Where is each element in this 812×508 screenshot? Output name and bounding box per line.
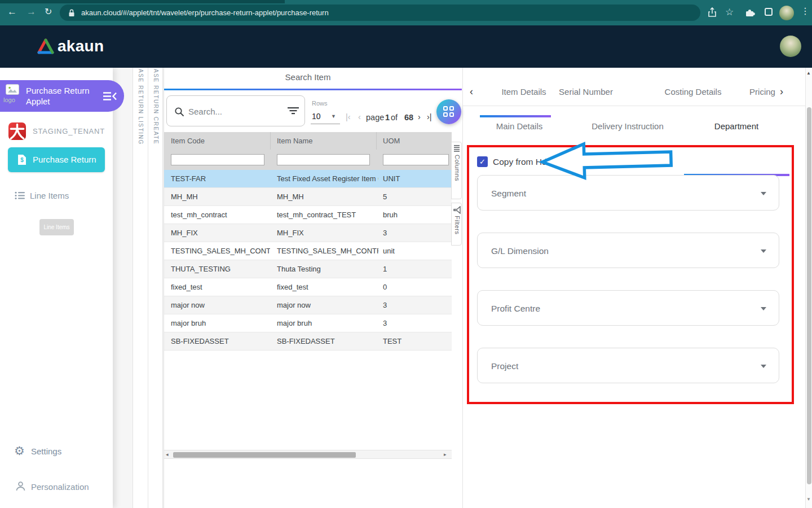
browser-sidepanel-icon[interactable] — [765, 8, 773, 16]
share-icon[interactable] — [707, 7, 718, 18]
tab-purchase-return-listing[interactable]: ASE RETURN LISTING — [133, 68, 148, 508]
cell-uom: TEST — [383, 332, 449, 351]
table-row[interactable]: test_mh_contract test_mh_contract_TEST b… — [164, 206, 452, 224]
table-row[interactable]: TESTING_SALES_MH_CONTRACT TESTING_SALES_… — [164, 242, 452, 260]
column-header-item-name[interactable]: Item Name — [277, 132, 313, 150]
table-row[interactable]: fixed_test fixed_test 0 — [164, 278, 452, 296]
browser-back-button[interactable]: ← — [7, 6, 17, 17]
scroll-right-arrow-icon[interactable]: ▸ — [444, 452, 447, 457]
table-row[interactable]: SB-FIXEDASSET SB-FIXEDASSET TEST — [164, 332, 452, 351]
browser-tab-strip — [0, 0, 285, 3]
subtabs-bar: Main Details Delivery Instruction Depart… — [463, 106, 806, 137]
last-page-button[interactable]: ›| — [427, 112, 432, 121]
column-header-item-code[interactable]: Item Code — [171, 132, 205, 150]
bookmark-star-icon[interactable]: ☆ — [725, 6, 734, 18]
cell-item-name: fixed_test — [277, 278, 378, 296]
chevron-down-icon — [761, 192, 766, 195]
user-avatar[interactable] — [780, 36, 801, 57]
filters-button[interactable]: Filters — [451, 203, 462, 246]
search-input[interactable] — [188, 104, 283, 119]
tab-serial-number[interactable]: Serial Number — [549, 87, 623, 97]
filter-input-item-code[interactable] — [171, 154, 264, 165]
scroll-up-arrow-icon[interactable]: ▲ — [806, 71, 811, 76]
subtab-department[interactable]: Department — [705, 121, 767, 131]
sidebar-item-personalization[interactable]: Personalization — [0, 480, 113, 496]
applet-header-pill[interactable]: logo Purchase Return Applet — [0, 80, 124, 112]
sidebar-item-line-items[interactable]: Line Items — [0, 189, 113, 203]
subtab-main-details[interactable]: Main Details — [487, 121, 551, 131]
scroll-left-arrow-icon[interactable]: ◂ — [166, 452, 169, 457]
cell-uom: UNIT — [383, 170, 449, 188]
column-header-uom[interactable]: UOM — [383, 132, 400, 150]
collapse-sidebar-icon[interactable] — [103, 91, 117, 101]
line-items-button[interactable]: Line Items — [39, 219, 74, 235]
cell-uom: 5 — [383, 188, 449, 206]
browser-menu-icon[interactable]: ⋮ — [801, 6, 810, 16]
line-items-label: Line Items — [30, 191, 69, 200]
browser-profile-avatar[interactable] — [779, 6, 794, 20]
columns-button[interactable]: Columns — [451, 142, 462, 199]
table-row[interactable]: MH_FIX MH_FIX 3 — [164, 224, 452, 242]
subtab-delivery-instruction[interactable]: Delivery Instruction — [588, 121, 667, 131]
cell-item-code: TESTING_SALES_MH_CONTRACT — [171, 242, 270, 260]
purchase-return-label: Purchase Return — [33, 147, 96, 172]
cell-item-name: Thuta Testing — [277, 260, 378, 278]
table-row[interactable]: major bruh major bruh 3 — [164, 314, 452, 332]
chevron-down-icon — [761, 307, 766, 310]
search-icon — [174, 107, 184, 117]
chevron-down-icon — [761, 365, 766, 368]
tab-pricing[interactable]: Pricing — [742, 87, 783, 97]
settings-label: Settings — [31, 446, 61, 456]
segment-dropdown[interactable]: Segment — [477, 175, 779, 211]
next-page-button[interactable]: › — [418, 112, 421, 121]
scroll-down-arrow-icon[interactable]: ▼ — [806, 497, 811, 502]
broken-image-icon — [6, 84, 19, 95]
gl-dimension-dropdown[interactable]: G/L Dimension — [477, 233, 779, 268]
akaun-logo-text: akaun — [58, 37, 104, 55]
cell-item-name: major bruh — [277, 314, 378, 332]
horizontal-scrollbar[interactable]: ◂ ▸ — [164, 450, 452, 459]
table-row[interactable]: THUTA_TESTING Thuta Testing 1 — [164, 260, 452, 278]
person-icon — [15, 481, 26, 492]
url-bar[interactable]: akaun.cloud/#/applet/tnt/wavelet/erp/pur… — [60, 5, 700, 21]
table-header: Item Code Item Name UOM — [164, 132, 452, 150]
table-row[interactable]: major now major now 3 — [164, 296, 452, 314]
cell-item-code: major now — [171, 296, 270, 314]
segment-dropdown-label: Segment — [491, 176, 526, 211]
copy-from-hdr-checkbox[interactable] — [477, 156, 488, 167]
prev-page-button[interactable]: ‹ — [358, 112, 361, 121]
cell-item-name: TESTING_SALES_MH_CONTRACT — [277, 242, 378, 260]
vertical-scrollbar-thumb[interactable] — [807, 107, 811, 484]
cell-uom: unit — [383, 242, 449, 260]
funnel-icon — [453, 206, 461, 214]
browser-forward-button[interactable]: → — [27, 6, 36, 17]
first-page-button[interactable]: |‹ — [346, 112, 351, 121]
filter-input-uom[interactable] — [383, 154, 449, 165]
tab-costing-details[interactable]: Costing Details — [656, 87, 730, 97]
filter-list-icon[interactable] — [288, 106, 299, 116]
page-word: page — [366, 113, 384, 122]
sidebar-item-purchase-return[interactable]: $ Purchase Return — [8, 147, 105, 172]
vertical-scrollbar[interactable]: ▲ ▼ — [805, 68, 812, 508]
tabs-scroll-right-icon[interactable]: › — [780, 86, 783, 98]
sidebar-item-tenant[interactable]: STAGING_TENANT — [0, 122, 113, 141]
sidebar-item-settings[interactable]: ⚙ Settings — [0, 445, 113, 461]
profit-centre-dropdown[interactable]: Profit Centre — [477, 290, 779, 326]
horizontal-scrollbar-thumb[interactable] — [173, 452, 356, 458]
grid-view-button[interactable] — [436, 99, 461, 124]
tab-purchase-return-create[interactable]: ASE RETURN CREATE — [148, 68, 163, 508]
table-row[interactable]: MH_MH MH_MH 5 — [164, 188, 452, 206]
extensions-puzzle-icon[interactable] — [745, 7, 755, 17]
table-body: TEST-FAR Test Fixed Asset Register Item … — [164, 170, 452, 351]
item-details-panel: ‹ Item Details Serial Number Costing Det… — [462, 68, 805, 508]
filter-input-item-name[interactable] — [277, 154, 370, 165]
cell-uom: bruh — [383, 206, 449, 224]
project-dropdown[interactable]: Project — [477, 348, 779, 383]
table-row[interactable]: TEST-FAR Test Fixed Asset Register Item … — [164, 170, 452, 188]
tabs-scroll-left-icon[interactable]: ‹ — [470, 86, 473, 98]
rows-per-page-select[interactable]: 10 — [312, 112, 321, 121]
cell-item-name: MH_MH — [277, 188, 378, 206]
browser-refresh-button[interactable]: ↻ — [45, 6, 52, 17]
chevron-down-icon — [761, 249, 766, 253]
rows-caret-icon[interactable]: ▼ — [331, 113, 336, 119]
